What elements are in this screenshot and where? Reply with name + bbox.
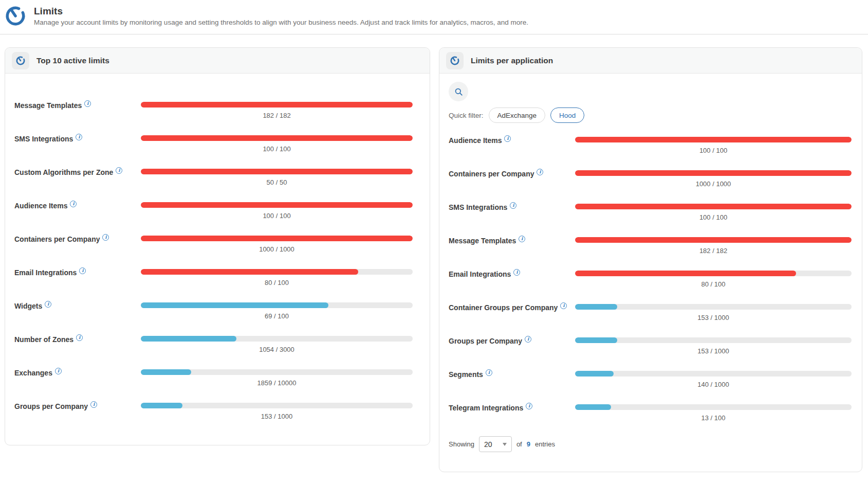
progress-bar-track bbox=[141, 302, 413, 308]
page-subtitle: Manage your account limits by monitoring… bbox=[34, 19, 528, 26]
info-icon[interactable] bbox=[486, 369, 492, 376]
limit-row: Number of Zones 1054 / 3000 bbox=[14, 334, 413, 353]
progress-bar-track bbox=[141, 202, 413, 208]
progress-bar-track bbox=[141, 336, 413, 342]
limit-label-group: Email Integrations bbox=[449, 269, 575, 279]
quick-filter-pill[interactable]: Hood bbox=[550, 107, 584, 123]
progress-bar-fill bbox=[575, 304, 617, 310]
info-icon[interactable] bbox=[116, 167, 122, 174]
info-icon[interactable] bbox=[510, 202, 516, 209]
top-active-limits-header: Top 10 active limits bbox=[5, 48, 430, 74]
limit-row: Groups per Company 153 / 1000 bbox=[449, 336, 852, 355]
entries-count: 9 bbox=[527, 440, 530, 448]
limit-row: Message Templates 182 / 182 bbox=[449, 236, 852, 255]
limit-bar-group: 153 / 1000 bbox=[575, 336, 852, 355]
info-icon[interactable] bbox=[76, 134, 82, 140]
limit-gauge-icon bbox=[446, 52, 464, 69]
progress-bar-fill bbox=[141, 202, 413, 208]
limits-per-application-header: Limits per application bbox=[439, 48, 862, 74]
progress-bar-fill bbox=[141, 369, 191, 375]
limit-usage-value: 153 / 1000 bbox=[575, 347, 852, 355]
info-icon[interactable] bbox=[55, 368, 62, 374]
progress-bar-track bbox=[141, 403, 413, 408]
search-button[interactable] bbox=[449, 82, 468, 101]
limit-label-group: Segments bbox=[449, 369, 575, 379]
progress-bar-track bbox=[575, 404, 852, 410]
limit-usage-value: 80 / 100 bbox=[575, 280, 852, 288]
limit-row: Exchanges 1859 / 10000 bbox=[14, 368, 413, 387]
limit-label: SMS Integrations bbox=[449, 203, 507, 211]
info-icon[interactable] bbox=[76, 334, 83, 341]
limit-label-group: SMS Integrations bbox=[449, 202, 575, 212]
progress-bar-track bbox=[141, 236, 413, 241]
limit-label-group: Groups per Company bbox=[14, 401, 141, 411]
limit-label: Email Integrations bbox=[14, 268, 77, 277]
progress-bar-fill bbox=[575, 337, 617, 343]
info-icon[interactable] bbox=[504, 135, 511, 142]
limit-row: Custom Algorithms per Zone 50 / 50 bbox=[14, 167, 413, 186]
page-heading-text: Limits Manage your account limits by mon… bbox=[34, 6, 528, 27]
info-icon[interactable] bbox=[79, 267, 86, 274]
limit-label: Groups per Company bbox=[14, 402, 88, 410]
limit-label-group: Containers per Company bbox=[14, 234, 141, 244]
limit-label-group: Telegram Integrations bbox=[449, 403, 575, 413]
progress-bar-fill bbox=[575, 170, 852, 176]
limit-bar-group: 182 / 182 bbox=[575, 236, 852, 255]
progress-bar-fill bbox=[575, 204, 852, 209]
limit-gauge-icon bbox=[12, 52, 29, 69]
info-icon[interactable] bbox=[70, 201, 77, 207]
limit-usage-value: 100 / 100 bbox=[141, 145, 413, 153]
info-icon[interactable] bbox=[90, 401, 97, 408]
limits-per-application-list: Audience Items 100 / 100 Containers per … bbox=[449, 135, 852, 422]
info-icon[interactable] bbox=[519, 236, 525, 242]
info-icon[interactable] bbox=[45, 301, 51, 308]
progress-bar-fill bbox=[141, 169, 413, 174]
search-icon bbox=[454, 87, 464, 97]
limit-bar-group: 140 / 1000 bbox=[575, 369, 852, 388]
info-icon[interactable] bbox=[537, 169, 543, 175]
limit-row: Telegram Integrations 13 / 100 bbox=[449, 403, 852, 422]
limit-row: Containers per Company 1000 / 1000 bbox=[449, 169, 852, 188]
info-icon[interactable] bbox=[560, 302, 567, 309]
top-active-limits-panel: Top 10 active limits Message Templates 1… bbox=[5, 47, 430, 445]
progress-bar-track bbox=[575, 304, 852, 310]
progress-bar-fill bbox=[141, 236, 413, 241]
limit-bar-group: 100 / 100 bbox=[575, 202, 852, 221]
limit-bar-group: 100 / 100 bbox=[141, 134, 413, 153]
progress-bar-track bbox=[575, 337, 852, 343]
info-icon[interactable] bbox=[513, 269, 520, 276]
page-size-select[interactable]: 20 bbox=[479, 436, 512, 452]
limit-label: Message Templates bbox=[14, 101, 82, 110]
limit-row: Widgets 69 / 100 bbox=[14, 301, 413, 320]
progress-bar-fill bbox=[141, 135, 413, 141]
limit-bar-group: 80 / 100 bbox=[575, 269, 852, 288]
limit-row: Segments 140 / 1000 bbox=[449, 369, 852, 388]
limit-label-group: Email Integrations bbox=[14, 267, 141, 277]
limits-gauge-icon bbox=[4, 5, 27, 27]
limit-usage-value: 1859 / 10000 bbox=[141, 379, 413, 387]
limit-label: Widgets bbox=[14, 302, 42, 310]
info-icon[interactable] bbox=[525, 336, 531, 343]
limit-label: Audience Items bbox=[14, 202, 67, 210]
info-icon[interactable] bbox=[84, 100, 91, 107]
info-icon[interactable] bbox=[526, 403, 532, 409]
limit-label-group: Containers per Company bbox=[449, 169, 575, 178]
progress-bar-track bbox=[141, 102, 413, 107]
info-icon[interactable] bbox=[102, 234, 109, 241]
progress-bar-fill bbox=[141, 302, 328, 308]
limit-label: SMS Integrations bbox=[14, 135, 73, 143]
quick-filter-pill[interactable]: AdExchange bbox=[489, 107, 546, 123]
progress-bar-track bbox=[141, 135, 413, 141]
limit-bar-group: 153 / 1000 bbox=[141, 401, 413, 420]
progress-bar-fill bbox=[141, 336, 236, 342]
limit-bar-group: 100 / 100 bbox=[575, 135, 852, 154]
chevron-down-icon bbox=[503, 443, 507, 446]
limit-label-group: Container Groups per Company bbox=[449, 302, 575, 312]
limit-usage-value: 69 / 100 bbox=[141, 312, 413, 320]
of-label: of bbox=[516, 440, 522, 448]
progress-bar-fill bbox=[141, 102, 413, 107]
limit-usage-value: 182 / 182 bbox=[141, 112, 413, 119]
limit-label: Number of Zones bbox=[14, 335, 73, 344]
limit-label: Segments bbox=[449, 370, 483, 379]
limit-label-group: Audience Items bbox=[449, 135, 575, 145]
